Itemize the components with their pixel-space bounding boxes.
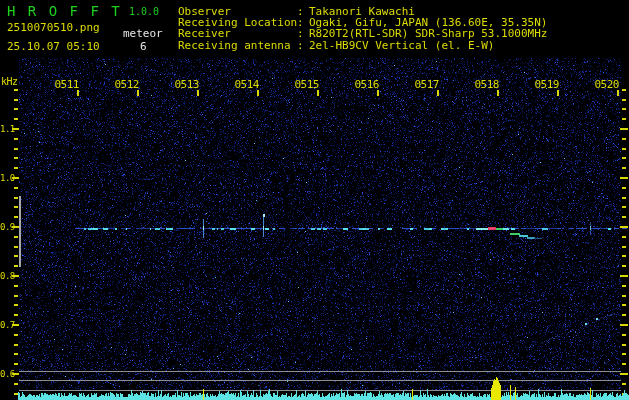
- frequency-tick-label: 0.7: [0, 320, 13, 330]
- spectrogram-canvas: [0, 0, 629, 400]
- time-tick-label: 0513: [172, 78, 199, 91]
- time-tick-label: 0517: [412, 78, 439, 91]
- frequency-tick-label: 0.9: [0, 222, 13, 232]
- time-tick-label: 0511: [52, 78, 79, 91]
- station-info-row: Receiving antenna:2el-HB9CV Vertical (el…: [178, 40, 547, 51]
- time-tick-label: 0518: [472, 78, 499, 91]
- time-tick-label: 0516: [352, 78, 379, 91]
- info-value: 2el-HB9CV Vertical (el. E-W): [309, 39, 494, 52]
- frequency-tick-label: 1.0: [0, 173, 13, 183]
- info-separator: :: [297, 28, 309, 39]
- meteor-count-value: 6: [140, 40, 147, 53]
- time-tick-label: 0512: [112, 78, 139, 91]
- station-info-block: Observer:Takanori KawachiReceiving Locat…: [178, 6, 547, 51]
- app-version: 1.0.0: [129, 6, 159, 17]
- output-filename: 2510070510.png: [7, 21, 100, 34]
- info-label: Receiving antenna: [178, 40, 297, 51]
- frequency-tick-label: 0.8: [0, 271, 13, 281]
- info-separator: :: [297, 40, 309, 51]
- observation-datetime: 25.10.07 05:10: [7, 40, 100, 53]
- info-label: Receiver: [178, 28, 297, 39]
- time-tick-label: 0515: [292, 78, 319, 91]
- app-title: H R O F F T: [7, 3, 122, 19]
- frequency-tick-label: 0.6: [0, 369, 13, 379]
- time-tick-label: 0514: [232, 78, 259, 91]
- observation-mode: meteor: [123, 27, 163, 40]
- hrofft-output-screen: H R O F F T 1.0.0 2510070510.png meteor …: [0, 0, 629, 400]
- time-tick-label: 0519: [532, 78, 559, 91]
- frequency-tick-label: 1.1: [0, 124, 13, 134]
- y-axis-unit-label: kHz: [1, 76, 18, 87]
- time-tick-label: 0520: [592, 78, 619, 91]
